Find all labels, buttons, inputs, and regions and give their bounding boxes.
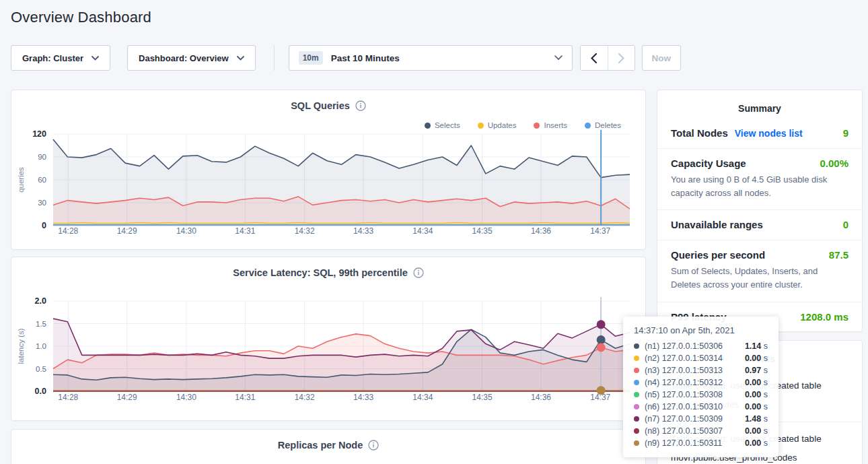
summary-description: Sum of Selects, Updates, Inserts, and De…	[671, 265, 848, 292]
svg-text:30: 30	[38, 199, 46, 207]
time-prev-button[interactable]	[581, 46, 608, 70]
tooltip-node-row: (n6) 127.0.0.1:503100.00 s	[634, 401, 768, 413]
node-color-dot-icon	[634, 380, 639, 385]
tooltip-node-value: 1.48 s	[745, 414, 768, 424]
summary-value: 9	[843, 127, 848, 139]
tooltip-node-unit: s	[761, 366, 768, 375]
node-color-dot-icon	[634, 356, 639, 361]
time-nav-group	[580, 45, 635, 71]
toolbar: Graph: Cluster Dashboard: Overview 10m P…	[11, 45, 681, 71]
svg-text:14:32: 14:32	[295, 226, 315, 236]
service-latency-chart[interactable]: 14:2814:2914:3014:3114:3214:3314:3414:35…	[11, 292, 647, 408]
tooltip-node-value: 0.00 s	[745, 354, 768, 363]
summary-row: Total NodesView nodes list9	[657, 119, 862, 148]
node-color-dot-icon	[634, 428, 639, 434]
chevron-left-icon	[591, 53, 597, 63]
tooltip-timestamp: 14:37:10 on Apr 5th, 2021	[634, 325, 768, 335]
now-button[interactable]: Now	[642, 45, 681, 71]
summary-row: Queries per second87.5Sum of Selects, Up…	[657, 240, 862, 301]
summary-row-line: Unavailable ranges0	[671, 219, 848, 230]
svg-text:60: 60	[38, 176, 46, 184]
svg-text:latency (s): latency (s)	[17, 328, 25, 364]
svg-text:14:35: 14:35	[472, 226, 493, 236]
node-color-dot-icon	[634, 368, 639, 373]
summary-label: Capacity Usage	[671, 158, 746, 169]
svg-text:1.0: 1.0	[36, 342, 46, 350]
tooltip-node-unit: s	[761, 390, 768, 399]
chart-title: Replicas per Node	[11, 440, 645, 451]
summary-label: Unavailable ranges	[671, 219, 763, 230]
svg-text:14:31: 14:31	[235, 226, 255, 236]
summary-label: Total Nodes	[671, 127, 728, 139]
svg-text:14:33: 14:33	[353, 226, 373, 236]
summary-value: 0.00%	[820, 158, 848, 169]
tooltip-node-name: (n9) 127.0.0.1:50311	[645, 438, 741, 448]
tooltip-node-row: (n2) 127.0.0.1:503140.00 s	[634, 352, 768, 364]
tooltip-node-value: 0.00 s	[745, 402, 768, 411]
time-range-label: Past 10 Minutes	[331, 53, 400, 63]
tooltip-node-value: 1.14 s	[745, 341, 768, 351]
svg-text:14:33: 14:33	[353, 393, 373, 402]
svg-text:120: 120	[32, 129, 46, 139]
chart-title-text: Service Latency: SQL, 99th percentile	[233, 267, 408, 278]
toolbar-divider	[274, 45, 275, 71]
tooltip-node-value: 0.00 s	[745, 390, 768, 399]
time-range-picker[interactable]: 10m Past 10 Minutes	[289, 45, 573, 71]
svg-text:14:32: 14:32	[295, 393, 315, 402]
info-icon[interactable]	[413, 267, 424, 278]
tooltip-node-row: (n9) 127.0.0.1:503110.00 s	[634, 437, 768, 449]
view-nodes-link[interactable]: View nodes list	[735, 128, 803, 139]
svg-text:90: 90	[38, 153, 46, 161]
node-color-dot-icon	[634, 416, 639, 422]
chart-title-text: Replicas per Node	[278, 440, 363, 451]
chart-tooltip: 14:37:10 on Apr 5th, 2021 (n1) 127.0.0.1…	[623, 317, 779, 457]
svg-text:14:29: 14:29	[117, 393, 137, 402]
svg-text:14:37: 14:37	[590, 226, 610, 236]
graph-select-label: Graph: Cluster	[22, 53, 83, 63]
svg-text:queries: queries	[17, 167, 25, 193]
tooltip-node-name: (n8) 127.0.0.1:50307	[645, 426, 741, 436]
chart-title: Service Latency: SQL, 99th percentile	[11, 267, 645, 278]
summary-panel: Summary Total NodesView nodes list9Capac…	[657, 90, 863, 332]
svg-text:14:29: 14:29	[117, 226, 137, 236]
node-color-dot-icon	[634, 440, 639, 446]
tooltip-node-value: 0.00 s	[745, 426, 768, 436]
tooltip-node-name: (n1) 127.0.0.1:50306	[645, 341, 741, 351]
svg-text:14:34: 14:34	[412, 393, 433, 402]
sql-queries-chart[interactable]: 14:2814:2914:3014:3114:3214:3314:3414:35…	[11, 127, 647, 242]
summary-row-line: Queries per second87.5	[671, 249, 848, 261]
tooltip-node-row: (n3) 127.0.0.1:503130.97 s	[634, 364, 768, 376]
tooltip-node-unit: s	[761, 402, 768, 411]
svg-text:0.0: 0.0	[35, 387, 46, 396]
tooltip-node-name: (n5) 127.0.0.1:50308	[645, 390, 741, 399]
tooltip-node-unit: s	[761, 354, 768, 363]
graph-select-dropdown[interactable]: Graph: Cluster	[11, 45, 110, 71]
time-next-button[interactable]	[608, 46, 635, 70]
tooltip-node-name: (n6) 127.0.0.1:50310	[645, 402, 741, 411]
chart-title: SQL Queries	[11, 100, 645, 111]
svg-text:14:30: 14:30	[176, 226, 196, 236]
svg-text:14:34: 14:34	[412, 226, 433, 236]
tooltip-node-value: 0.97 s	[745, 366, 768, 375]
sql-queries-panel: SQL Queries SelectsUpdatesInsertsDeletes…	[11, 90, 646, 250]
svg-text:14:28: 14:28	[58, 226, 78, 236]
tooltip-node-unit: s	[761, 426, 768, 436]
chevron-down-icon	[237, 56, 244, 61]
tooltip-node-name: (n2) 127.0.0.1:50314	[645, 354, 741, 363]
chevron-down-icon	[92, 56, 99, 61]
info-icon[interactable]	[355, 100, 366, 111]
tooltip-node-row: (n5) 127.0.0.1:503080.00 s	[634, 389, 768, 401]
summary-value: 0	[843, 219, 848, 230]
chevron-right-icon	[618, 53, 624, 63]
summary-value: 87.5	[829, 249, 848, 261]
svg-text:1.5: 1.5	[36, 320, 46, 328]
tooltip-node-name: (n7) 127.0.0.1:50309	[645, 414, 741, 424]
svg-text:14:30: 14:30	[176, 393, 196, 402]
svg-text:0: 0	[42, 221, 46, 230]
info-icon[interactable]	[368, 440, 379, 451]
summary-title: Summary	[657, 103, 862, 114]
summary-label: Queries per second	[671, 249, 765, 261]
summary-row: Unavailable ranges0	[657, 209, 862, 240]
dashboard-select-dropdown[interactable]: Dashboard: Overview	[127, 45, 256, 71]
node-color-dot-icon	[634, 343, 639, 349]
